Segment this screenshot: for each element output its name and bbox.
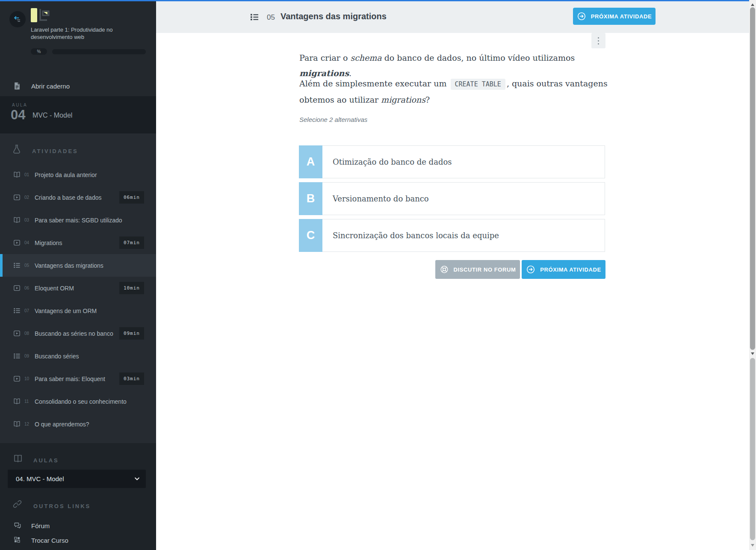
page-title: Vantagens das migrations [281, 12, 387, 21]
lesson-badge-label: AULA [12, 103, 27, 107]
next-activity-button-bottom[interactable]: PRÓXIMA ATIVIDADE [522, 260, 605, 279]
activity-label: Buscando séries [35, 353, 79, 360]
flask-icon [11, 144, 22, 157]
back-arrow-icon [13, 15, 22, 24]
activity-label: O que aprendemos? [35, 421, 89, 428]
scroll-down-arrow[interactable] [751, 352, 754, 355]
lessons-section-title: AULAS [33, 457, 59, 464]
option-c-text: Sincronização dos bancos locais da equip… [322, 219, 605, 252]
activity-item-08[interactable]: 08 Buscando as séries no banco 09min [0, 322, 156, 345]
activity-item-10[interactable]: 10 Para saber mais: Eloquent 03min [0, 367, 156, 390]
course-title: Laravel parte 1: Produtividade no desenv… [31, 26, 118, 41]
kebab-dot [598, 43, 599, 44]
vertical-scrollbar[interactable] [749, 0, 756, 550]
lesson-title: MVC - Model [32, 112, 72, 119]
more-options-button[interactable] [591, 33, 605, 48]
activity-label: Vantagens de um ORM [35, 308, 97, 314]
activity-type-icon [13, 397, 21, 406]
option-c[interactable]: C Sincronização dos bancos locais da equ… [299, 219, 605, 252]
activities-section: ATIVIDADES 01 Projeto da aula anterior 0… [0, 133, 156, 443]
next-activity-button-top[interactable]: PRÓXIMA ATIVIDADE [573, 8, 656, 25]
activities-list: 01 Projeto da aula anterior 02 Criando a… [0, 163, 156, 435]
discuss-forum-button[interactable]: DISCUTIR NO FORUM [435, 260, 520, 279]
kebab-dot [598, 37, 599, 38]
activity-item-02[interactable]: 02 Criando a base de dados 06min [0, 186, 156, 209]
question-paragraph-2: Além de simplesmente executar um CREATE … [299, 76, 616, 107]
option-c-letter: C [299, 219, 322, 252]
links-chain-icon [12, 499, 22, 511]
activity-type-icon [13, 420, 21, 429]
option-b-text: Versionamento do banco [322, 182, 605, 215]
option-b[interactable]: B Versionamento do banco [299, 182, 605, 215]
discuss-forum-label: DISCUTIR NO FORUM [454, 266, 516, 273]
current-lesson-block: AULA 04 MVC - Model [0, 96, 156, 133]
activity-number: 09 [24, 354, 31, 358]
activity-label: Eloquent ORM [35, 285, 74, 292]
activity-label: Para saber mais: SGBD utilizado [35, 217, 122, 224]
option-a[interactable]: A Otimização do banco de dados [299, 145, 605, 178]
activity-item-01[interactable]: 01 Projeto da aula anterior [0, 163, 156, 186]
forum-link[interactable]: Fórum [0, 520, 156, 532]
progress-bar [52, 49, 146, 54]
activity-type-icon [13, 375, 21, 383]
lesson-number: 04 [11, 107, 25, 123]
activity-label: Vantagens das migrations [35, 262, 103, 269]
activity-number: 12 [24, 422, 31, 426]
activity-number: 06 [24, 286, 31, 290]
activity-label: Projeto da aula anterior [35, 172, 97, 178]
chevron-down-icon [134, 476, 140, 484]
activity-item-09[interactable]: 09 Buscando séries [0, 345, 156, 367]
activity-type-icon [13, 261, 21, 270]
scroll-down-arrow-outer[interactable] [751, 544, 754, 547]
activity-item-11[interactable]: 11 Consolidando o seu conhecimento [0, 390, 156, 413]
activity-duration-badge: 09min [119, 327, 144, 340]
activity-label: Consolidando o seu conhecimento [35, 398, 127, 405]
activity-duration-badge: 06min [119, 191, 144, 204]
activity-label: Criando a base de dados [35, 194, 101, 201]
activity-item-03[interactable]: 03 Para saber mais: SGBD utilizado [0, 209, 156, 231]
switch-course-grid-icon [13, 536, 21, 545]
question-instruction: Selecione 2 alternativas [299, 116, 367, 123]
activity-type-icon [13, 329, 21, 338]
kebab-dot [598, 40, 599, 41]
activity-duration-badge: 10min [119, 282, 144, 294]
activity-type-icon [13, 239, 21, 247]
activity-type-list-icon [249, 12, 260, 24]
forum-icon [13, 521, 22, 532]
activity-label: Buscando as séries no banco [35, 330, 113, 337]
arrow-right-circle-icon [526, 265, 535, 274]
activity-number: 03 [24, 218, 31, 222]
switch-course-link[interactable]: Trocar Curso [0, 535, 156, 547]
activity-item-12[interactable]: 12 O que aprendemos? [0, 413, 156, 435]
activity-item-05[interactable]: 05 Vantagens das migrations [0, 254, 156, 277]
activity-type-icon [13, 307, 21, 315]
scrollbar-thumb-outer[interactable] [750, 358, 755, 540]
activity-type-icon [13, 171, 21, 179]
activity-item-06[interactable]: 06 Eloquent ORM 10min [0, 277, 156, 299]
links-section-title: OUTROS LINKS [33, 503, 91, 509]
activity-type-icon [13, 284, 21, 293]
forum-link-label: Fórum [31, 522, 50, 529]
lesson-selector-dropdown[interactable]: 04. MVC - Model [8, 470, 146, 488]
activity-number: 05 [24, 263, 31, 268]
scrollbar-thumb[interactable] [750, 7, 755, 350]
open-notebook-button[interactable]: Abrir caderno [0, 77, 156, 96]
activity-number: 05 [267, 13, 275, 22]
progress-percent-badge: % [31, 48, 47, 55]
notebook-icon [13, 82, 21, 92]
activity-item-07[interactable]: 07 Vantagens de um ORM [0, 299, 156, 322]
scroll-up-arrow[interactable] [751, 3, 754, 6]
activity-item-04[interactable]: 04 Migrations 07min [0, 231, 156, 254]
lifebuoy-icon [440, 265, 449, 274]
switch-course-label: Trocar Curso [31, 537, 68, 544]
activity-number: 01 [24, 172, 31, 177]
activity-header: 05 Vantagens das migrations PRÓXIMA ATIV… [156, 1, 749, 33]
activity-duration-badge: 03min [119, 373, 144, 385]
lessons-book-icon [13, 453, 23, 465]
option-b-letter: B [299, 182, 322, 215]
lesson-selector-value: 04. MVC - Model [16, 475, 64, 482]
collapse-sidebar-button[interactable] [9, 11, 26, 27]
option-a-text: Otimização do banco de dados [322, 145, 605, 178]
sidebar-bottom-section: AULAS 04. MVC - Model OUTROS LINKS [0, 443, 156, 550]
activity-number: 10 [24, 376, 31, 381]
